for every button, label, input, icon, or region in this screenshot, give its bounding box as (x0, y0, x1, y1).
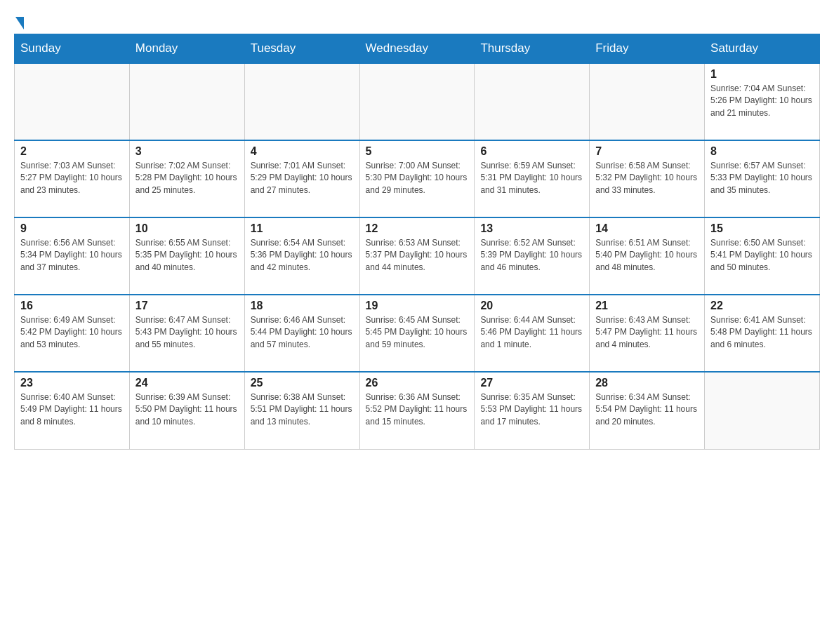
day-info: Sunrise: 7:04 AM Sunset: 5:26 PM Dayligh… (710, 83, 814, 119)
calendar-header-wednesday: Wednesday (359, 34, 475, 64)
calendar-cell: 9Sunrise: 6:56 AM Sunset: 5:34 PM Daylig… (15, 217, 130, 295)
calendar-cell: 15Sunrise: 6:50 AM Sunset: 5:41 PM Dayli… (705, 217, 820, 295)
calendar-cell: 1Sunrise: 7:04 AM Sunset: 5:26 PM Daylig… (705, 63, 820, 140)
calendar-cell: 10Sunrise: 6:55 AM Sunset: 5:35 PM Dayli… (129, 217, 244, 295)
day-info: Sunrise: 6:43 AM Sunset: 5:47 PM Dayligh… (595, 314, 699, 351)
day-number: 9 (20, 222, 124, 235)
calendar-cell (15, 63, 130, 140)
calendar-cell (475, 63, 590, 140)
calendar-cell: 16Sunrise: 6:49 AM Sunset: 5:42 PM Dayli… (15, 295, 130, 372)
calendar-cell: 26Sunrise: 6:36 AM Sunset: 5:52 PM Dayli… (359, 372, 475, 449)
calendar-table: SundayMondayTuesdayWednesdayThursdayFrid… (14, 34, 820, 450)
day-number: 12 (366, 222, 469, 235)
day-info: Sunrise: 6:49 AM Sunset: 5:42 PM Dayligh… (20, 314, 124, 351)
day-number: 26 (366, 377, 469, 389)
calendar-header-row: SundayMondayTuesdayWednesdayThursdayFrid… (15, 34, 820, 64)
calendar-cell: 25Sunrise: 6:38 AM Sunset: 5:51 PM Dayli… (244, 372, 359, 449)
day-number: 16 (20, 300, 124, 312)
logo-arrow-icon (15, 17, 24, 29)
day-info: Sunrise: 6:59 AM Sunset: 5:31 PM Dayligh… (480, 160, 583, 196)
day-info: Sunrise: 6:58 AM Sunset: 5:32 PM Dayligh… (595, 160, 699, 196)
day-info: Sunrise: 6:57 AM Sunset: 5:33 PM Dayligh… (710, 160, 814, 196)
day-info: Sunrise: 6:47 AM Sunset: 5:43 PM Dayligh… (135, 314, 239, 351)
calendar-cell: 18Sunrise: 6:46 AM Sunset: 5:44 PM Dayli… (244, 295, 359, 372)
calendar-cell: 6Sunrise: 6:59 AM Sunset: 5:31 PM Daylig… (475, 140, 590, 217)
day-info: Sunrise: 7:00 AM Sunset: 5:30 PM Dayligh… (366, 160, 469, 196)
calendar-cell (359, 63, 475, 140)
calendar-cell: 28Sunrise: 6:34 AM Sunset: 5:54 PM Dayli… (590, 372, 705, 449)
calendar-header-sunday: Sunday (15, 34, 130, 64)
calendar-cell: 11Sunrise: 6:54 AM Sunset: 5:36 PM Dayli… (244, 217, 359, 295)
day-info: Sunrise: 6:36 AM Sunset: 5:52 PM Dayligh… (366, 391, 469, 428)
calendar-header-tuesday: Tuesday (244, 34, 359, 64)
day-number: 14 (595, 222, 699, 235)
calendar-week-row: 16Sunrise: 6:49 AM Sunset: 5:42 PM Dayli… (15, 295, 820, 372)
day-number: 8 (710, 145, 814, 158)
day-info: Sunrise: 6:55 AM Sunset: 5:35 PM Dayligh… (135, 237, 239, 274)
calendar-cell (129, 63, 244, 140)
day-info: Sunrise: 6:56 AM Sunset: 5:34 PM Dayligh… (20, 237, 124, 274)
calendar-cell: 17Sunrise: 6:47 AM Sunset: 5:43 PM Dayli… (129, 295, 244, 372)
calendar-week-row: 23Sunrise: 6:40 AM Sunset: 5:49 PM Dayli… (15, 372, 820, 449)
calendar-cell: 23Sunrise: 6:40 AM Sunset: 5:49 PM Dayli… (15, 372, 130, 449)
day-number: 27 (480, 377, 583, 389)
day-number: 15 (710, 222, 814, 235)
calendar-week-row: 1Sunrise: 7:04 AM Sunset: 5:26 PM Daylig… (15, 63, 820, 140)
calendar-cell: 22Sunrise: 6:41 AM Sunset: 5:48 PM Dayli… (705, 295, 820, 372)
day-number: 22 (710, 300, 814, 312)
day-info: Sunrise: 6:41 AM Sunset: 5:48 PM Dayligh… (710, 314, 814, 351)
day-info: Sunrise: 6:40 AM Sunset: 5:49 PM Dayligh… (20, 391, 124, 428)
calendar-cell: 2Sunrise: 7:03 AM Sunset: 5:27 PM Daylig… (15, 140, 130, 217)
calendar-cell: 5Sunrise: 7:00 AM Sunset: 5:30 PM Daylig… (359, 140, 475, 217)
day-info: Sunrise: 7:02 AM Sunset: 5:28 PM Dayligh… (135, 160, 239, 196)
calendar-header-saturday: Saturday (705, 34, 820, 64)
calendar-header-monday: Monday (129, 34, 244, 64)
calendar-cell (705, 372, 820, 449)
day-number: 10 (135, 222, 239, 235)
logo (14, 14, 24, 27)
calendar-cell: 24Sunrise: 6:39 AM Sunset: 5:50 PM Dayli… (129, 372, 244, 449)
day-info: Sunrise: 6:44 AM Sunset: 5:46 PM Dayligh… (480, 314, 583, 351)
calendar-cell: 7Sunrise: 6:58 AM Sunset: 5:32 PM Daylig… (590, 140, 705, 217)
day-number: 11 (251, 222, 354, 235)
day-number: 17 (135, 300, 239, 312)
day-info: Sunrise: 6:53 AM Sunset: 5:37 PM Dayligh… (366, 237, 469, 274)
calendar-cell: 12Sunrise: 6:53 AM Sunset: 5:37 PM Dayli… (359, 217, 475, 295)
day-number: 23 (20, 377, 124, 389)
day-number: 25 (251, 377, 354, 389)
day-number: 1 (710, 68, 814, 81)
calendar-cell: 8Sunrise: 6:57 AM Sunset: 5:33 PM Daylig… (705, 140, 820, 217)
day-number: 28 (595, 377, 699, 389)
day-info: Sunrise: 6:45 AM Sunset: 5:45 PM Dayligh… (366, 314, 469, 351)
day-number: 21 (595, 300, 699, 312)
calendar-cell: 14Sunrise: 6:51 AM Sunset: 5:40 PM Dayli… (590, 217, 705, 295)
day-number: 6 (480, 145, 583, 158)
calendar-week-row: 9Sunrise: 6:56 AM Sunset: 5:34 PM Daylig… (15, 217, 820, 295)
calendar-cell (590, 63, 705, 140)
page-header (14, 14, 820, 27)
calendar-cell: 27Sunrise: 6:35 AM Sunset: 5:53 PM Dayli… (475, 372, 590, 449)
day-number: 2 (20, 145, 124, 158)
day-number: 13 (480, 222, 583, 235)
calendar-cell: 4Sunrise: 7:01 AM Sunset: 5:29 PM Daylig… (244, 140, 359, 217)
day-number: 24 (135, 377, 239, 389)
calendar-cell: 13Sunrise: 6:52 AM Sunset: 5:39 PM Dayli… (475, 217, 590, 295)
day-info: Sunrise: 6:54 AM Sunset: 5:36 PM Dayligh… (251, 237, 354, 274)
day-info: Sunrise: 6:35 AM Sunset: 5:53 PM Dayligh… (480, 391, 583, 428)
calendar-cell: 20Sunrise: 6:44 AM Sunset: 5:46 PM Dayli… (475, 295, 590, 372)
day-number: 19 (366, 300, 469, 312)
calendar-header-thursday: Thursday (475, 34, 590, 64)
day-info: Sunrise: 6:50 AM Sunset: 5:41 PM Dayligh… (710, 237, 814, 274)
day-number: 18 (251, 300, 354, 312)
calendar-cell (244, 63, 359, 140)
day-info: Sunrise: 6:39 AM Sunset: 5:50 PM Dayligh… (135, 391, 239, 428)
day-number: 3 (135, 145, 239, 158)
day-info: Sunrise: 7:03 AM Sunset: 5:27 PM Dayligh… (20, 160, 124, 196)
calendar-cell: 19Sunrise: 6:45 AM Sunset: 5:45 PM Dayli… (359, 295, 475, 372)
day-info: Sunrise: 6:38 AM Sunset: 5:51 PM Dayligh… (251, 391, 354, 428)
day-info: Sunrise: 6:46 AM Sunset: 5:44 PM Dayligh… (251, 314, 354, 351)
calendar-week-row: 2Sunrise: 7:03 AM Sunset: 5:27 PM Daylig… (15, 140, 820, 217)
day-info: Sunrise: 6:52 AM Sunset: 5:39 PM Dayligh… (480, 237, 583, 274)
day-info: Sunrise: 6:51 AM Sunset: 5:40 PM Dayligh… (595, 237, 699, 274)
day-info: Sunrise: 7:01 AM Sunset: 5:29 PM Dayligh… (251, 160, 354, 196)
